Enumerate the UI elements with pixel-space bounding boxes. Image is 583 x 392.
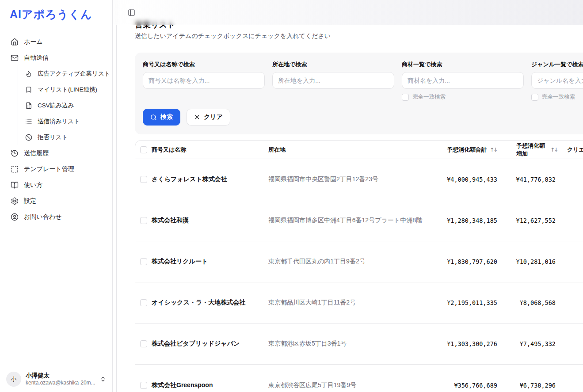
company-name: 株式会社Greenspoon xyxy=(152,381,268,389)
search-button[interactable]: 検索 xyxy=(143,109,180,126)
sidebar-item-label: CSV読み込み xyxy=(38,102,74,110)
page-subtitle: 送信したいアイテムのチェックボックスにチェックを入れてください xyxy=(135,32,583,40)
company-name: 株式会社和漢 xyxy=(152,217,268,225)
row-checkbox[interactable] xyxy=(140,217,147,224)
company-name: さくらフォレスト株式会社 xyxy=(152,175,268,183)
table-row: 株式会社ビタブリッドジャパン 東京都港区赤坂5丁目3番1号 ¥1,303,300… xyxy=(135,323,583,365)
main-header xyxy=(113,0,583,25)
house-icon xyxy=(11,38,19,46)
table-row: 株式会社和漢 福岡県福岡市博多区中洲4丁目6番12号プラート中洲8階 ¥1,28… xyxy=(135,200,583,241)
col-header-name: 商号又は名称 xyxy=(152,146,268,154)
company-address: 東京都渋谷区広尾5丁目19番9号 xyxy=(268,381,444,389)
sidebar-item-label: 使い方 xyxy=(24,181,42,189)
clear-button[interactable]: クリア xyxy=(187,109,230,126)
row-checkbox[interactable] xyxy=(140,382,147,389)
total-amount: ¥2,195,011,335 xyxy=(444,299,497,306)
table-header-row: 商号又は名称 所在地 予想消化額合計 ↑↓ 予想消化額増加 ↑↓ クリエイテ xyxy=(135,141,583,159)
book-open-icon xyxy=(11,181,19,189)
sidebar-item-ad-active-list[interactable]: 広告アクティブ企業リスト xyxy=(22,66,105,82)
table-row: 株式会社Greenspoon 東京都渋谷区広尾5丁目19番9号 ¥356,766… xyxy=(135,365,583,392)
select-all-checkbox[interactable] xyxy=(140,146,147,153)
file-icon xyxy=(25,102,32,109)
company-name: 株式会社ビタブリッドジャパン xyxy=(152,340,268,348)
sidebar-item-send-history[interactable]: 送信履歴 xyxy=(7,145,105,161)
mail-icon xyxy=(11,54,19,62)
sidebar-item-auto-send[interactable]: 自動送信 xyxy=(7,50,105,66)
filter-name: 商号又は名称で検索 xyxy=(143,61,265,101)
company-address: 福岡県福岡市中央区警固2丁目12番23号 xyxy=(268,175,444,183)
sidebar-item-contact[interactable]: お問い合わせ xyxy=(7,209,105,225)
contact-icon xyxy=(11,213,19,221)
filter-genre-label: ジャンル一覧で検索 xyxy=(531,61,583,69)
list-icon xyxy=(25,118,32,125)
row-checkbox[interactable] xyxy=(140,176,147,183)
company-table: 商号又は名称 所在地 予想消化額合計 ↑↓ 予想消化額増加 ↑↓ クリエイテ さ… xyxy=(135,140,583,392)
template-icon xyxy=(11,165,19,173)
sidebar-nav: ホーム 自動送信 広告アクティブ企業リスト マイリスト(LINE連携) xyxy=(0,34,112,225)
close-icon xyxy=(194,114,200,120)
sidebar-item-label: 自動送信 xyxy=(24,54,49,62)
row-checkbox[interactable] xyxy=(140,258,147,265)
col-header-total-label: 予想消化額合計 xyxy=(447,146,487,154)
sidebar-item-my-list[interactable]: マイリスト(LINE連携) xyxy=(22,82,105,98)
total-amount: ¥1,280,348,185 xyxy=(444,217,497,224)
user-email: kenta.ozawa@kashika-20m... xyxy=(26,379,95,387)
gear-icon xyxy=(11,197,19,205)
sidebar-item-how-to-use[interactable]: 使い方 xyxy=(7,177,105,193)
sidebar-toggle-button[interactable] xyxy=(125,6,137,19)
row-checkbox[interactable] xyxy=(140,299,147,306)
col-header-increase: 予想消化額増加 ↑↓ xyxy=(497,142,557,158)
sidebar-item-reject-list[interactable]: 拒否リスト xyxy=(22,129,105,145)
sidebar-item-sent-list[interactable]: 送信済みリスト xyxy=(22,114,105,129)
panel-left-icon xyxy=(128,9,135,16)
table-row: オイシックス・ラ・大地株式会社 東京都品川区大崎1丁目11番2号 ¥2,195,… xyxy=(135,282,583,323)
increase-amount: ¥41,776,832 xyxy=(497,176,557,183)
row-checkbox[interactable] xyxy=(140,340,147,347)
search-filter-panel: 商号又は名称で検索 所在地で検索 商材一覧で検索 完全一致検索 ジャンル xyxy=(135,53,583,134)
sidebar-item-label: 広告アクティブ企業リスト xyxy=(38,70,111,78)
increase-amount: ¥12,627,552 xyxy=(497,217,557,224)
company-address: 東京都港区赤坂5丁目3番1号 xyxy=(268,340,444,348)
col-header-address: 所在地 xyxy=(268,146,444,154)
sidebar-item-label: 送信済みリスト xyxy=(38,118,80,126)
table-row: 株式会社リクルート 東京都千代田区丸の内1丁目9番2号 ¥1,830,797,6… xyxy=(135,241,583,282)
col-header-increase-label: 予想消化額増加 xyxy=(516,142,548,158)
product-search-input[interactable] xyxy=(402,72,524,89)
sidebar: AIアポろうくん ホーム 自動送信 広告アクティブ企業リスト xyxy=(0,0,113,392)
total-amount: ¥4,000,945,433 xyxy=(444,176,497,183)
sort-increase-button[interactable]: ↑↓ xyxy=(550,147,557,153)
name-search-input[interactable] xyxy=(143,72,265,89)
col-header-total: 予想消化額合計 ↑↓ xyxy=(444,146,497,154)
col-header-creative: クリエイテ xyxy=(557,146,583,154)
sidebar-item-label: 送信履歴 xyxy=(24,149,49,157)
sidebar-item-label: 設定 xyxy=(24,197,36,205)
user-meta: 小澤健太 kenta.ozawa@kashika-20m... xyxy=(26,372,95,387)
sidebar-item-label: マイリスト(LINE連携) xyxy=(38,86,97,94)
company-name: オイシックス・ラ・大地株式会社 xyxy=(152,299,268,307)
location-search-input[interactable] xyxy=(272,72,394,89)
genre-exact-match-checkbox[interactable] xyxy=(531,94,538,101)
search-icon xyxy=(150,114,157,121)
company-name: 株式会社リクルート xyxy=(152,258,268,266)
history-icon xyxy=(11,149,19,157)
sidebar-item-settings[interactable]: 設定 xyxy=(7,193,105,209)
sidebar-item-template-management[interactable]: テンプレート管理 xyxy=(7,161,105,177)
genre-search-input[interactable] xyxy=(531,72,583,89)
content-card: 営業リスト 送信したいアイテムのチェックボックスにチェックを入れてください 商号… xyxy=(116,0,583,392)
avatar: 小 xyxy=(6,372,21,387)
ban-icon xyxy=(25,134,32,141)
auto-send-submenu: 広告アクティブ企業リスト マイリスト(LINE連携) CSV読み込み 送信済みリ… xyxy=(18,66,105,145)
chevrons-up-down-icon xyxy=(100,376,106,382)
bookmark-icon xyxy=(25,86,32,93)
increase-amount: ¥6,738,296 xyxy=(497,382,557,389)
user-menu[interactable]: 小 小澤健太 kenta.ozawa@kashika-20m... xyxy=(0,366,112,392)
sidebar-item-csv-import[interactable]: CSV読み込み xyxy=(22,98,105,114)
sort-total-button[interactable]: ↑↓ xyxy=(490,147,497,153)
product-exact-match-checkbox[interactable] xyxy=(402,94,409,101)
total-amount: ¥1,303,300,276 xyxy=(444,340,497,347)
clear-button-label: クリア xyxy=(204,113,223,121)
sidebar-item-label: テンプレート管理 xyxy=(24,165,74,173)
sidebar-item-home[interactable]: ホーム xyxy=(7,34,105,50)
sidebar-item-label: ホーム xyxy=(24,38,43,46)
product-exact-match-label: 完全一致検索 xyxy=(412,93,446,101)
